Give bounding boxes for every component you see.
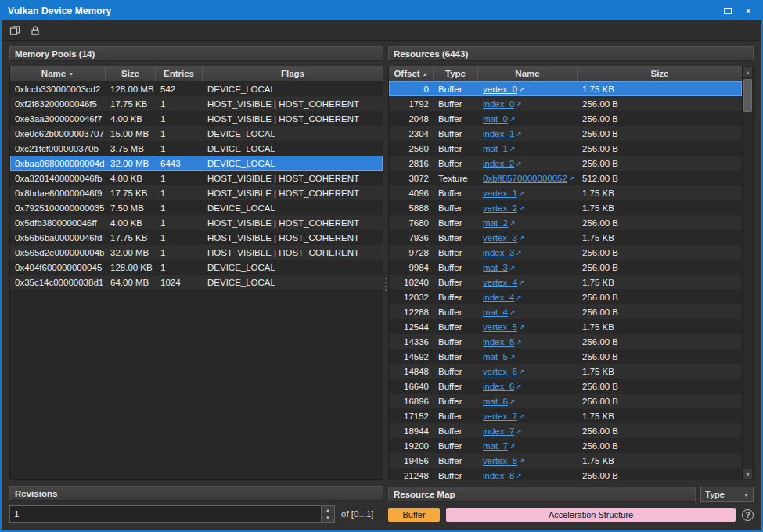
duplicate-window-button[interactable]	[6, 22, 23, 39]
resource-row[interactable]: 12032Bufferindex_4↗256.00 B	[389, 289, 742, 304]
spin-up-button[interactable]: ▲	[322, 506, 334, 515]
resource-link[interactable]: index_1	[483, 129, 514, 138]
pool-flags: HOST_VISIBLE | HOST_COHERENT	[203, 248, 383, 257]
resource-row[interactable]: 2048Buffermat_0↗256.00 B	[389, 111, 742, 126]
resource-link[interactable]: mat_0	[483, 114, 508, 124]
column-header-size[interactable]: Size	[106, 66, 156, 81]
resource-row[interactable]: 14592Buffermat_5↗256.00 B	[389, 349, 742, 364]
scrollbar-track[interactable]	[743, 77, 753, 469]
column-header-entries[interactable]: Entries	[156, 66, 203, 81]
resource-link[interactable]: vertex_5	[483, 322, 517, 332]
resource-type: Buffer	[434, 337, 478, 347]
scroll-down-icon: ▼	[745, 472, 750, 477]
resource-link[interactable]: index_7	[483, 426, 514, 436]
resource-link[interactable]: index_0	[483, 99, 514, 109]
resource-link[interactable]: index_8	[483, 471, 514, 480]
resource-link[interactable]: vertex_6	[483, 367, 517, 376]
close-button[interactable]: ✕	[738, 3, 758, 19]
scroll-up-button[interactable]: ▲	[743, 66, 753, 77]
spin-down-button[interactable]: ▼	[322, 515, 334, 523]
resource-link[interactable]: mat_7	[483, 441, 508, 451]
resource-link[interactable]: mat_2	[483, 218, 508, 228]
resource-row[interactable]: 19200Buffermat_7↗256.00 B	[389, 438, 742, 453]
goto-resource-icon: ↗	[509, 308, 516, 316]
memory-pool-row[interactable]: 0x565d2e000000004b32.00 MB1HOST_VISIBLE …	[10, 245, 383, 260]
resource-link[interactable]: mat_3	[483, 263, 508, 272]
resource-row[interactable]: 0Buffervertex_0↗1.75 KB	[389, 81, 742, 96]
resource-row[interactable]: 2816Bufferindex_2↗256.00 B	[389, 156, 742, 171]
resource-link[interactable]: mat_6	[483, 397, 508, 406]
resource-row[interactable]: 9728Bufferindex_3↗256.00 B	[389, 245, 742, 260]
memory-pool-row[interactable]: 0xf2f83200000046f517.75 KB1HOST_VISIBLE …	[10, 96, 383, 111]
resource-row[interactable]: 2304Bufferindex_1↗256.00 B	[389, 126, 742, 141]
help-button[interactable]: ?	[742, 509, 754, 521]
column-header-flags[interactable]: Flags	[203, 66, 383, 81]
legend-buffer[interactable]: Buffer	[388, 508, 440, 522]
memory-pool-row[interactable]: 0xe0c62b000000370715.00 MB1DEVICE_LOCAL	[10, 126, 383, 141]
resource-row[interactable]: 17152Buffervertex_7↗1.75 KB	[389, 408, 742, 423]
resource-link[interactable]: mat_4	[483, 307, 508, 317]
resource-row[interactable]: 4096Buffervertex_1↗1.75 KB	[389, 185, 742, 200]
resource-row[interactable]: 10240Buffervertex_4↗1.75 KB	[389, 275, 742, 289]
resource-link[interactable]: index_3	[483, 248, 514, 257]
scroll-down-button[interactable]: ▼	[743, 469, 753, 480]
float-window-button[interactable]	[718, 3, 738, 19]
memory-pool-row[interactable]: 0xe3aa3000000046f74.00 KB1HOST_VISIBLE |…	[10, 111, 383, 126]
memory-pool-row[interactable]: 0x8bdae600000046f917.75 KB1HOST_VISIBLE …	[10, 185, 383, 200]
resource-row[interactable]: 9984Buffermat_3↗256.00 B	[389, 260, 742, 275]
resource-link[interactable]: vertex_1	[483, 189, 517, 198]
resource-link[interactable]: index_4	[483, 293, 514, 302]
resource-link[interactable]: vertex_7	[483, 412, 517, 421]
resource-link[interactable]: mat_1	[483, 144, 508, 153]
scrollbar-thumb[interactable]	[743, 79, 752, 112]
resource-row[interactable]: 16640Bufferindex_6↗256.00 B	[389, 379, 742, 394]
memory-pool-row[interactable]: 0xc21fcf000000370b3.75 MB1DEVICE_LOCAL	[10, 141, 383, 156]
resource-link[interactable]: 0xbff8570000000052	[483, 174, 567, 183]
pool-entries: 1	[156, 129, 203, 138]
revision-input[interactable]	[10, 506, 321, 522]
resource-link[interactable]: mat_5	[483, 352, 508, 361]
resource-row[interactable]: 1792Bufferindex_0↗256.00 B	[389, 96, 742, 111]
column-header-resource-size[interactable]: Size	[578, 66, 742, 81]
goto-resource-icon: ↗	[509, 115, 516, 123]
column-header-offset[interactable]: Offset ▲	[389, 66, 434, 81]
resource-link[interactable]: vertex_0	[483, 84, 517, 94]
column-header-type[interactable]: Type	[434, 66, 478, 81]
resource-link[interactable]: vertex_3	[483, 233, 517, 243]
memory-pool-row[interactable]: 0x5dfb3800000046ff4.00 KB1HOST_VISIBLE |…	[10, 215, 383, 230]
resource-row[interactable]: 18944Bufferindex_7↗256.00 B	[389, 423, 742, 438]
resource-row[interactable]: 3072Texture0xbff8570000000052↗512.00 B	[389, 171, 742, 185]
resource-row[interactable]: 7936Buffervertex_3↗1.75 KB	[389, 230, 742, 245]
resource-link[interactable]: vertex_8	[483, 456, 517, 466]
resource-row[interactable]: 12288Buffermat_4↗256.00 B	[389, 304, 742, 319]
resource-row[interactable]: 14336Bufferindex_5↗256.00 B	[389, 334, 742, 349]
resource-row[interactable]: 21248Bufferindex_8↗256.00 B	[389, 468, 742, 480]
resource-row[interactable]: 19456Buffervertex_8↗1.75 KB	[389, 453, 742, 468]
memory-pool-row[interactable]: 0x79251000000000357.50 MB1DEVICE_LOCAL	[10, 200, 383, 215]
memory-pool-row[interactable]: 0x404f600000000045128.00 KB1DEVICE_LOCAL	[10, 260, 383, 275]
memory-pool-row[interactable]: 0x56b6ba00000046fd17.75 KB1HOST_VISIBLE …	[10, 230, 383, 245]
resource-type: Buffer	[434, 426, 478, 436]
memory-pool-row[interactable]: 0xa3281400000046fb4.00 KB1HOST_VISIBLE |…	[10, 171, 383, 185]
lock-button[interactable]	[27, 22, 44, 39]
legend-acceleration-structure[interactable]: Acceleration Structure	[446, 508, 736, 522]
resource-row[interactable]: 2560Buffermat_1↗256.00 B	[389, 141, 742, 156]
resource-link[interactable]: index_2	[483, 159, 514, 168]
resources-scrollbar[interactable]: ▲ ▼	[742, 66, 753, 480]
resource-row[interactable]: 5888Buffervertex_2↗1.75 KB	[389, 200, 742, 215]
resource-size: 1.75 KB	[578, 203, 742, 213]
resource-row[interactable]: 7680Buffermat_2↗256.00 B	[389, 215, 742, 230]
resource-row[interactable]: 14848Buffervertex_6↗1.75 KB	[389, 364, 742, 379]
resource-map-type-dropdown[interactable]: Type ▼	[700, 487, 754, 502]
memory-pool-row[interactable]: 0xbaa068000000004d32.00 MB6443DEVICE_LOC…	[10, 156, 383, 171]
column-header-resource-name[interactable]: Name	[478, 66, 578, 81]
resource-row[interactable]: 12544Buffervertex_5↗1.75 KB	[389, 319, 742, 334]
resource-link[interactable]: vertex_2	[483, 203, 517, 213]
column-header-name[interactable]: Name ▼	[10, 66, 106, 81]
resource-row[interactable]: 16896Buffermat_6↗256.00 B	[389, 394, 742, 408]
memory-pool-row[interactable]: 0xfccb330000003cd2128.00 MB542DEVICE_LOC…	[10, 81, 383, 96]
resource-link[interactable]: vertex_4	[483, 278, 517, 287]
resource-link[interactable]: index_5	[483, 337, 514, 347]
resource-link[interactable]: index_6	[483, 382, 514, 391]
memory-pool-row[interactable]: 0x35c14c00000038d164.00 MB1024DEVICE_LOC…	[10, 275, 383, 289]
